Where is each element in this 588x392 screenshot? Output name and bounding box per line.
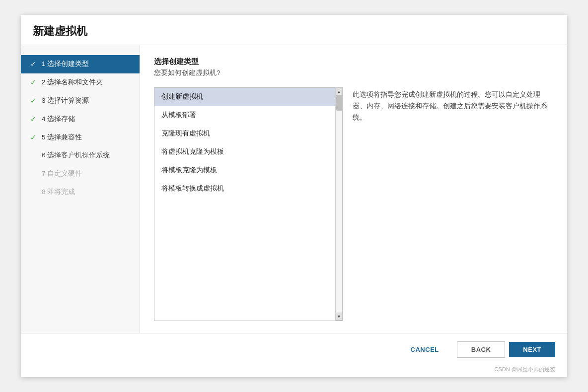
step-2-label: 2 选择名称和文件夹 (42, 78, 103, 87)
step-4-label: 4 选择存储 (42, 115, 75, 124)
content-subtitle: 您要如何创建虚拟机? (154, 68, 553, 77)
dialog-title: 新建虚拟机 (33, 24, 555, 39)
list-item-convert-template[interactable]: 将模板转换成虚拟机 (154, 180, 342, 198)
vm-type-list: 创建新虚拟机 从模板部署 克隆现有虚拟机 将虚拟机克隆为模板 将模板克隆为模板 … (154, 87, 343, 321)
step-5[interactable]: ✓ 5 选择兼容性 (21, 129, 140, 147)
scrollbar-track: ▲ ▼ (335, 88, 342, 321)
dialog-header: 新建虚拟机 (21, 15, 567, 45)
scrollbar-thumb[interactable] (336, 96, 342, 111)
dialog-body: ✓ 1 选择创建类型 ✓ 2 选择名称和文件夹 ✓ 3 选择计算资源 ✓ 4 选… (21, 45, 567, 333)
step-3-label: 3 选择计算资源 (42, 96, 89, 106)
step-8-check (29, 188, 38, 197)
watermark: CSDN @屌丝小帅的逆袭 (21, 366, 567, 377)
scrollbar-thumb-track (336, 96, 343, 313)
step-6-check (29, 151, 38, 160)
scrollbar-down-arrow[interactable]: ▼ (336, 313, 343, 321)
list-item-clone-template[interactable]: 将模板克隆为模板 (154, 161, 342, 180)
step-8: 8 即将完成 (21, 183, 140, 201)
content-title: 选择创建类型 (154, 57, 553, 66)
list-scrollable[interactable]: 创建新虚拟机 从模板部署 克隆现有虚拟机 将虚拟机克隆为模板 将模板克隆为模板 … (154, 88, 342, 321)
step-6-label: 6 选择客户机操作系统 (42, 151, 110, 160)
back-button[interactable]: BACK (457, 341, 506, 358)
description-panel: 此选项将指导您完成创建新虚拟机的过程。您可以自定义处理器、内存、网络连接和存储。… (353, 87, 553, 321)
list-item-clone-existing[interactable]: 克隆现有虚拟机 (154, 125, 342, 143)
content-panel: 选择创建类型 您要如何创建虚拟机? 创建新虚拟机 从模板部署 克隆现有虚拟机 将… (140, 45, 567, 333)
step-7-check (29, 170, 38, 179)
step-5-label: 5 选择兼容性 (42, 133, 82, 142)
scrollbar-up-arrow[interactable]: ▲ (336, 88, 343, 96)
step-4-check: ✓ (29, 115, 38, 124)
step-7-label: 7 自定义硬件 (42, 169, 82, 179)
list-item-deploy-template[interactable]: 从模板部署 (154, 106, 342, 125)
step-3-check: ✓ (29, 96, 38, 105)
step-3[interactable]: ✓ 3 选择计算资源 (21, 92, 140, 110)
content-row: 创建新虚拟机 从模板部署 克隆现有虚拟机 将虚拟机克隆为模板 将模板克隆为模板 … (154, 87, 553, 321)
step-1[interactable]: ✓ 1 选择创建类型 (21, 55, 140, 73)
step-8-label: 8 即将完成 (42, 188, 75, 197)
step-2[interactable]: ✓ 2 选择名称和文件夹 (21, 73, 140, 92)
step-5-check: ✓ (29, 133, 38, 142)
list-item-clone-to-template[interactable]: 将虚拟机克隆为模板 (154, 143, 342, 161)
step-1-label: 1 选择创建类型 (42, 60, 89, 69)
new-vm-dialog: 新建虚拟机 ✓ 1 选择创建类型 ✓ 2 选择名称和文件夹 ✓ 3 选择计算资源… (21, 15, 567, 377)
next-button[interactable]: NEXT (509, 342, 555, 357)
dialog-footer: CANCEL BACK NEXT (21, 333, 567, 366)
step-2-check: ✓ (29, 78, 38, 87)
step-1-check: ✓ (29, 60, 38, 68)
step-6[interactable]: 6 选择客户机操作系统 (21, 146, 140, 165)
step-4[interactable]: ✓ 4 选择存储 (21, 110, 140, 129)
cancel-button[interactable]: CANCEL (397, 342, 453, 357)
description-text: 此选项将指导您完成创建新虚拟机的过程。您可以自定义处理器、内存、网络连接和存储。… (353, 91, 547, 121)
step-7: 7 自定义硬件 (21, 165, 140, 183)
list-item-create-new[interactable]: 创建新虚拟机 (154, 88, 342, 106)
steps-panel: ✓ 1 选择创建类型 ✓ 2 选择名称和文件夹 ✓ 3 选择计算资源 ✓ 4 选… (21, 45, 140, 333)
